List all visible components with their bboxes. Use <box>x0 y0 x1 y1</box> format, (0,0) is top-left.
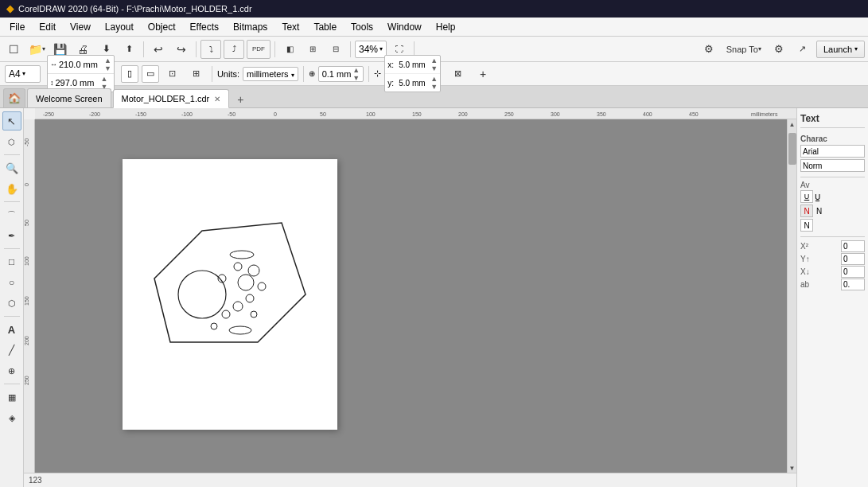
snap-arrow-icon: ▾ <box>758 45 761 53</box>
menu-view[interactable]: View <box>64 20 97 34</box>
y-input[interactable] <box>841 253 865 265</box>
polygon-tool-btn[interactable]: ⬡ <box>2 294 21 313</box>
line-tool-btn[interactable]: ╱ <box>2 341 21 360</box>
view3-button[interactable]: ⊟ <box>325 40 346 59</box>
script-button[interactable]: N <box>800 219 813 232</box>
select-tool-btn[interactable]: ↖ <box>2 111 21 131</box>
menu-bitmaps[interactable]: Bitmaps <box>227 20 274 34</box>
settings-button[interactable]: ⚙ <box>769 40 789 59</box>
page-size-dropdown[interactable]: A4 ▾ <box>5 65 41 83</box>
tab-add-button[interactable]: + <box>232 92 248 107</box>
share-icon[interactable]: ↗ <box>792 40 813 59</box>
margin-icon1[interactable]: ⊡ <box>162 64 183 84</box>
menu-edit[interactable]: Edit <box>33 20 62 34</box>
undo-button[interactable]: ↩ <box>148 40 169 59</box>
character-section-title: Charac <box>800 134 865 143</box>
width-down-btn[interactable]: ▼ <box>104 64 111 72</box>
scroll-bar-right[interactable]: ▲ ▼ <box>787 119 796 473</box>
add-page-icon[interactable]: + <box>473 64 493 84</box>
nudge-up[interactable]: ▲ <box>352 66 360 74</box>
ab-input[interactable] <box>841 279 865 290</box>
app-icon: ◆ <box>6 3 14 14</box>
rect-tool-btn[interactable]: □ <box>2 252 21 271</box>
svg-text:150: 150 <box>412 111 422 117</box>
connector-tool-btn[interactable]: ⊕ <box>2 361 21 380</box>
zoom-dropdown[interactable]: 34% ▾ <box>355 41 387 58</box>
node-tool-btn[interactable]: ⬡ <box>2 132 21 151</box>
canvas-area[interactable] <box>35 119 787 473</box>
scroll-track[interactable] <box>788 129 796 463</box>
view1-button[interactable]: ◧ <box>279 40 300 59</box>
ellipse-tool-btn[interactable]: ○ <box>2 273 21 292</box>
open-dropdown[interactable]: 📁▾ <box>26 40 47 59</box>
menu-window[interactable]: Window <box>381 20 428 34</box>
freehand-tool-btn[interactable]: ⌒ <box>2 205 21 224</box>
y-down[interactable]: ▼ <box>430 83 438 91</box>
snap-label: Snap To <box>726 45 758 54</box>
tab-close-icon[interactable]: ✕ <box>214 95 220 103</box>
width-up-btn[interactable]: ▲ <box>104 56 111 64</box>
svg-point-27 <box>238 275 254 290</box>
portrait-button[interactable]: ▯ <box>121 65 138 83</box>
color-tool-btn[interactable]: ◈ <box>2 408 21 427</box>
fill-tool-btn[interactable]: ▦ <box>2 388 21 407</box>
export-button[interactable]: ⬆ <box>119 40 139 59</box>
tab-motor-holder[interactable]: Motor_HOLDER_1.cdr ✕ <box>113 89 230 108</box>
xd-input[interactable] <box>841 266 865 278</box>
menu-effects[interactable]: Effects <box>184 20 225 34</box>
redo-button[interactable]: ↪ <box>171 40 192 59</box>
nudge-down[interactable]: ▼ <box>352 74 360 82</box>
nudge-value: 0.1 mm <box>322 69 352 79</box>
zoom-tool-btn[interactable]: 🔍 <box>2 158 21 177</box>
menu-layout[interactable]: Layout <box>99 20 140 34</box>
aspect-lock-icon[interactable]: ⊠ <box>447 64 468 84</box>
x-up[interactable]: ▲ <box>430 56 438 64</box>
margin-icon2[interactable]: ⊞ <box>186 64 207 84</box>
new-button[interactable]: ☐ <box>3 40 24 59</box>
import2-button[interactable]: ⤵ <box>200 40 221 59</box>
pen-tool-btn[interactable]: ✒ <box>2 226 21 245</box>
font-style-input[interactable] <box>800 159 865 172</box>
landscape-button[interactable]: ▭ <box>142 65 159 83</box>
sep3 <box>274 41 275 57</box>
underline-row: U U̲ <box>800 190 865 203</box>
tool-sep2 <box>4 201 20 202</box>
launch-button[interactable]: Launch ▾ <box>816 41 865 58</box>
menu-table[interactable]: Table <box>307 20 343 34</box>
menu-object[interactable]: Object <box>142 20 182 34</box>
units-dropdown[interactable]: millimeters ▾ <box>243 67 298 81</box>
menu-help[interactable]: Help <box>430 20 462 34</box>
x2-label: X² <box>800 242 808 251</box>
height-up-btn[interactable]: ▲ <box>101 75 108 83</box>
width-row: ↔ 210.0 mm ▲ ▼ <box>48 56 114 74</box>
scroll-up-arrow[interactable]: ▲ <box>788 119 797 129</box>
underline-button[interactable]: U <box>800 190 813 203</box>
svg-text:-150: -150 <box>135 111 146 117</box>
y-up[interactable]: ▲ <box>430 75 438 83</box>
tab-welcome-label: Welcome Screen <box>36 94 103 103</box>
x2-input[interactable] <box>841 240 865 252</box>
x-coord-value: 5.0 mm <box>399 60 429 69</box>
scroll-thumb[interactable] <box>788 133 796 165</box>
menu-file[interactable]: File <box>3 20 31 34</box>
tab-welcome-screen[interactable]: Welcome Screen <box>27 88 111 107</box>
scroll-down-arrow[interactable]: ▼ <box>788 463 797 473</box>
ruler-left: -50 0 50 100 150 200 250 <box>24 119 35 473</box>
pdf-button[interactable]: PDF <box>247 40 271 59</box>
view2-button[interactable]: ⊞ <box>302 40 323 59</box>
tab-home[interactable]: 🏠 <box>3 88 25 107</box>
snap-dropdown[interactable]: Snap To ▾ <box>722 40 765 59</box>
gear-icon[interactable]: ⚙ <box>699 40 719 59</box>
menu-tools[interactable]: Tools <box>344 20 380 34</box>
nudge-input[interactable]: 0.1 mm ▲ ▼ <box>318 66 364 82</box>
font-name-input[interactable] <box>800 145 865 158</box>
menu-text[interactable]: Text <box>275 20 306 34</box>
strikethrough-button[interactable]: N <box>800 205 813 217</box>
x-down[interactable]: ▼ <box>430 64 438 72</box>
svg-point-33 <box>233 302 243 311</box>
text-tool-btn[interactable]: A <box>2 320 21 339</box>
export2-button[interactable]: ⤴ <box>224 40 244 59</box>
pan-tool-btn[interactable]: ✋ <box>2 179 21 198</box>
script-row: N <box>800 219 865 232</box>
x-down-label-row: X↓ <box>800 266 865 278</box>
